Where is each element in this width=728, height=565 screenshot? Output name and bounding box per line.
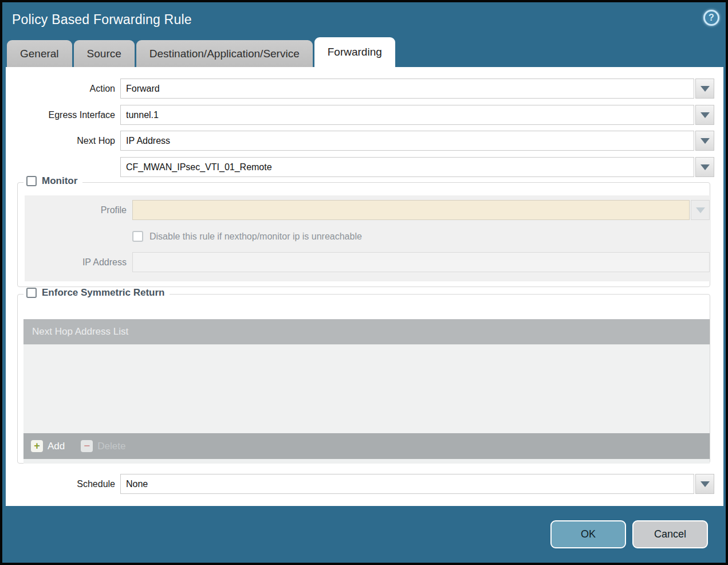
ok-button[interactable]: OK (550, 520, 626, 548)
pbf-rule-dialog: Policy Based Forwarding Rule ? General S… (0, 0, 728, 565)
schedule-label: Schedule (6, 479, 120, 489)
table-bottom-strip (23, 459, 710, 464)
egress-interface-label: Egress Interface (6, 110, 120, 120)
monitor-fieldset: Monitor Profile Disable this rule if nex… (17, 182, 710, 287)
symmetric-return-fieldset: Enforce Symmetric Return Next Hop Addres… (17, 294, 710, 464)
egress-interface-dropdown-button[interactable] (695, 105, 714, 125)
minus-icon: − (81, 440, 93, 452)
table-toolbar: + Add − Delete (23, 433, 710, 459)
dialog-title: Policy Based Forwarding Rule (12, 12, 192, 28)
action-select[interactable]: Forward (120, 79, 694, 99)
tab-forwarding[interactable]: Forwarding (314, 37, 395, 67)
delete-button: − Delete (81, 440, 125, 452)
monitor-ip-row: IP Address (25, 252, 710, 272)
egress-interface-select[interactable]: tunnel.1 (120, 105, 694, 125)
plus-icon: + (31, 440, 43, 452)
action-row: Action Forward (6, 79, 714, 99)
next-hop-address-select[interactable]: CF_MWAN_IPsec_VTI_01_Remote (120, 157, 694, 177)
profile-row: Profile (25, 200, 710, 220)
add-button[interactable]: + Add (31, 440, 65, 452)
chevron-down-icon (701, 86, 710, 92)
next-hop-address-list-table: Next Hop Address List + Add − Delete (23, 319, 710, 464)
forwarding-tab-panel: Action Forward Egress Interface tunnel.1… (6, 67, 723, 506)
next-hop-address-dropdown-button[interactable] (695, 157, 714, 177)
egress-interface-row: Egress Interface tunnel.1 (6, 105, 714, 125)
add-button-label: Add (48, 441, 65, 452)
next-hop-address-row: CF_MWAN_IPsec_VTI_01_Remote (6, 157, 714, 177)
chevron-down-icon (701, 481, 710, 487)
symmetric-return-checkbox[interactable] (26, 288, 37, 298)
disable-rule-row: Disable this rule if nexthop/monitor ip … (25, 226, 710, 246)
tab-general[interactable]: General (7, 40, 72, 67)
schedule-select[interactable]: None (120, 474, 694, 494)
profile-label: Profile (25, 205, 132, 215)
help-icon[interactable]: ? (703, 10, 719, 26)
chevron-down-icon (701, 138, 710, 144)
action-label: Action (6, 84, 120, 94)
tab-source[interactable]: Source (74, 40, 135, 67)
chevron-down-icon (701, 112, 710, 118)
monitor-checkbox[interactable] (26, 176, 37, 186)
symmetric-return-legend-label: Enforce Symmetric Return (42, 287, 164, 299)
tab-bar: General Source Destination/Application/S… (7, 38, 395, 67)
tab-destination-application-service[interactable]: Destination/Application/Service (136, 40, 313, 67)
schedule-dropdown-button[interactable] (695, 474, 714, 494)
symmetric-return-legend: Enforce Symmetric Return (23, 287, 170, 299)
profile-select (132, 200, 690, 220)
cancel-button[interactable]: Cancel (632, 520, 708, 548)
table-body-empty[interactable] (23, 344, 710, 433)
next-hop-row: Next Hop IP Address (6, 131, 714, 151)
chevron-down-icon (696, 207, 705, 213)
next-hop-dropdown-button[interactable] (695, 131, 714, 151)
monitor-ip-label: IP Address (25, 257, 132, 268)
monitor-panel: Profile Disable this rule if nexthop/mon… (25, 195, 711, 281)
monitor-legend-label: Monitor (42, 175, 77, 187)
action-dropdown-button[interactable] (695, 79, 714, 99)
disable-rule-label: Disable this rule if nexthop/monitor ip … (149, 232, 362, 242)
monitor-ip-input (132, 252, 710, 272)
table-header: Next Hop Address List (23, 319, 710, 344)
next-hop-label: Next Hop (6, 136, 120, 146)
disable-rule-checkbox (132, 231, 143, 242)
delete-button-label: Delete (97, 441, 125, 452)
chevron-down-icon (701, 164, 710, 170)
profile-dropdown-button (691, 200, 710, 220)
monitor-legend: Monitor (23, 175, 82, 187)
next-hop-type-select[interactable]: IP Address (120, 131, 694, 151)
schedule-row: Schedule None (6, 474, 714, 494)
